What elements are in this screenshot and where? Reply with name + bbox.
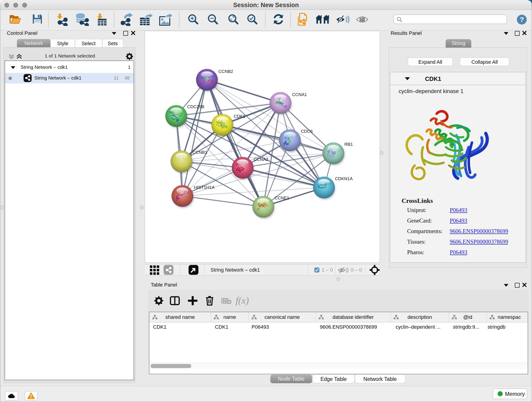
svg-text:HIST1H1A: HIST1H1A [194, 185, 215, 190]
svg-text:CCNA2: CCNA2 [254, 157, 268, 162]
svg-text:CDK1: CDK1 [234, 114, 245, 119]
svg-text:CCNE1: CCNE1 [274, 196, 289, 200]
svg-text:CCNA1: CCNA1 [292, 92, 307, 97]
svg-text:CCNB2: CCNB2 [218, 69, 233, 74]
svg-text:CDC25B: CDC25B [187, 104, 204, 109]
svg-text:CCNB1: CCNB1 [192, 150, 207, 155]
svg-text:CDKN1A: CDKN1A [335, 176, 353, 181]
svg-text:CDC6: CDC6 [301, 129, 313, 134]
svg-text:RB1: RB1 [344, 142, 353, 147]
